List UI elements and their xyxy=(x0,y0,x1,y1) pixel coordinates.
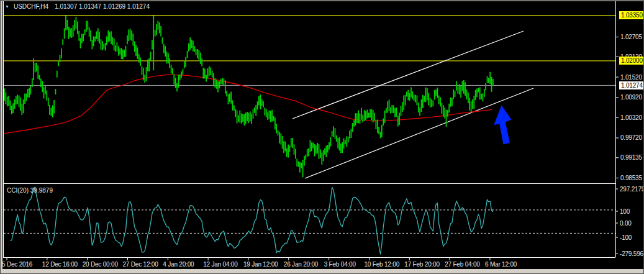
indicator-name: CCI(20) xyxy=(7,187,29,194)
chart-window: ▼USDCHF,H41.01307 1.01347 1.01269 1.0127… xyxy=(0,0,644,274)
chart-title: ▼USDCHF,H41.01307 1.01347 1.01269 1.0127… xyxy=(5,3,150,10)
time-axis-scale[interactable] xyxy=(3,258,615,269)
price-axis-scale[interactable] xyxy=(616,1,644,257)
indicator-value: 39.9879 xyxy=(30,187,53,194)
symbol-dropdown-icon[interactable]: ▼ xyxy=(5,4,9,9)
symbol-period-label: USDCHF,H4 xyxy=(14,3,48,10)
ohlc-readout: 1.01307 1.01347 1.01269 1.01274 xyxy=(55,3,150,10)
chart-canvas xyxy=(1,1,644,274)
indicator-label: CCI(20) 39.9879 xyxy=(7,187,53,194)
